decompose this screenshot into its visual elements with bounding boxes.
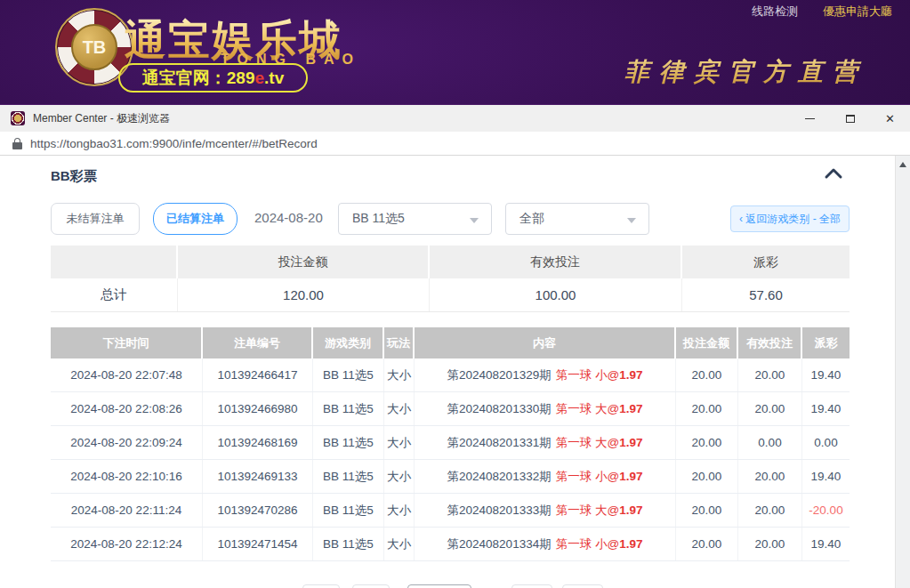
- cell-game: BB 11选5: [313, 358, 384, 391]
- header-time: 下注时间: [51, 327, 203, 358]
- section-title: BB彩票: [51, 168, 97, 185]
- cell-time: 2024-08-20 22:12:24: [51, 528, 203, 560]
- cell-game: BB 11选5: [313, 460, 384, 493]
- chevron-down-icon: [627, 218, 636, 223]
- back-to-game-category-button[interactable]: ‹ 返回游戏类别 - 全部: [730, 205, 850, 232]
- cell-time: 2024-08-20 22:10:16: [51, 460, 203, 493]
- bet-pick: 第一球 小@1.97: [556, 536, 643, 552]
- cell-valid: 20.00: [738, 460, 802, 493]
- scope-select[interactable]: 全部: [505, 203, 649, 235]
- table-row: 2024-08-20 22:09:24 101392468169 BB 11选5…: [51, 426, 850, 460]
- link-line-check[interactable]: 线路检测: [752, 4, 798, 18]
- collapse-section-button[interactable]: [824, 166, 845, 184]
- cell-order: 101392466980: [203, 392, 313, 425]
- header-order: 注单编号: [203, 327, 313, 358]
- bet-period: 第202408201334期: [447, 536, 552, 552]
- pagination-button[interactable]: [562, 584, 603, 588]
- cell-bet: 20.00: [676, 528, 738, 560]
- scroll-up-arrow-icon: [899, 162, 906, 167]
- bet-pick: 第一球 大@1.97: [556, 435, 643, 451]
- pagination-page-select[interactable]: [407, 584, 471, 588]
- bet-period: 第202408201330期: [447, 401, 552, 417]
- cell-play: 大小: [384, 494, 415, 527]
- header-play: 玩法: [384, 327, 415, 358]
- cell-content: 第202408201331期第一球 大@1.97: [415, 426, 676, 459]
- bet-period: 第202408201329期: [447, 367, 552, 383]
- date-filter[interactable]: 2024-08-20: [254, 210, 323, 225]
- cell-content: 第202408201332期第一球 小@1.97: [415, 460, 676, 493]
- lock-icon: [12, 138, 22, 149]
- table-row: 2024-08-20 22:08:26 101392466980 BB 11选5…: [51, 392, 850, 426]
- maximize-icon: [846, 115, 855, 123]
- unsettled-bets-button[interactable]: 未结算注单: [51, 203, 140, 235]
- window-title: Member Center - 极速浏览器: [33, 111, 170, 126]
- link-promo-hall[interactable]: 優惠申請大廳: [823, 4, 892, 18]
- banner-tagline: 菲律宾官方直营: [624, 55, 867, 89]
- game-select[interactable]: BB 11选5: [338, 203, 492, 235]
- close-icon: ✕: [885, 112, 895, 125]
- cell-time: 2024-08-20 22:11:24: [51, 494, 203, 527]
- settled-bets-button[interactable]: 已结算注单: [153, 203, 238, 235]
- cell-payout: 19.40: [802, 392, 850, 425]
- header-bet: 投注金额: [676, 327, 738, 358]
- browser-favicon-icon: [11, 111, 25, 125]
- bet-pick: 第一球 小@1.97: [556, 367, 643, 383]
- cell-payout: -20.00: [802, 494, 850, 527]
- table-row: 2024-08-20 22:12:24 101392471454 BB 11选5…: [51, 528, 850, 561]
- maximize-button[interactable]: [830, 105, 870, 133]
- summary-header-empty: [51, 246, 178, 278]
- official-e: e: [254, 68, 264, 88]
- official-tld: .tv: [264, 68, 284, 88]
- cell-content: 第202408201333期第一球 大@1.97: [415, 494, 676, 527]
- cell-play: 大小: [384, 426, 415, 459]
- bet-period: 第202408201333期: [447, 503, 552, 519]
- cell-valid: 20.00: [738, 392, 802, 425]
- cell-payout: 19.40: [802, 528, 850, 560]
- summary-total-row: 总计 120.00 100.00 57.60: [51, 278, 850, 312]
- summary-header-bet: 投注金额: [178, 246, 430, 278]
- cell-time: 2024-08-20 22:09:24: [51, 426, 203, 459]
- bet-period: 第202408201331期: [447, 435, 552, 451]
- minimize-button[interactable]: [790, 105, 830, 133]
- cell-order: 101392470286: [203, 494, 313, 527]
- close-button[interactable]: ✕: [870, 105, 910, 133]
- cell-order: 101392469133: [203, 460, 313, 493]
- pagination-button[interactable]: [302, 584, 340, 588]
- cell-time: 2024-08-20 22:08:26: [51, 392, 203, 425]
- cell-play: 大小: [384, 460, 415, 493]
- summary-header-row: 投注金额 有效投注 派彩: [51, 246, 850, 278]
- bet-record-page: BB彩票 未结算注单 已结算注单 2024-08-20 BB 11选5 全部 ‹…: [0, 156, 895, 588]
- address-bar[interactable]: https://tongbao31.com:9900/infe/mcenter/…: [0, 132, 910, 156]
- cell-valid: 20.00: [738, 358, 802, 391]
- chip-tb-label: TB: [71, 24, 117, 70]
- pagination-button[interactable]: [511, 584, 552, 588]
- cell-bet: 20.00: [676, 358, 738, 391]
- cell-payout: 19.40: [802, 358, 850, 391]
- cell-content: 第202408201329期第一球 小@1.97: [415, 358, 676, 391]
- bet-pick: 第一球 小@1.97: [556, 469, 643, 485]
- banner-links: 线路检测優惠申請大廳: [752, 4, 892, 20]
- screen: TB 通宝娱乐城 TONG BAO 通宝官网：289e.tv 线路检测優惠申請大…: [0, 0, 910, 588]
- official-site-pill[interactable]: 通宝官网：289e.tv: [118, 63, 308, 93]
- cell-game: BB 11选5: [313, 528, 384, 560]
- table-row: 2024-08-20 22:10:16 101392469133 BB 11选5…: [51, 460, 850, 494]
- cell-game: BB 11选5: [313, 426, 384, 459]
- cell-payout: 0.00: [802, 426, 850, 459]
- vertical-scrollbar[interactable]: [895, 156, 910, 588]
- bet-pick: 第一球 大@1.97: [556, 503, 643, 519]
- cell-bet: 20.00: [676, 426, 738, 459]
- cell-order: 101392466417: [203, 358, 313, 391]
- scope-select-value: 全部: [519, 211, 544, 227]
- minimize-icon: [805, 118, 815, 119]
- official-num: 289: [227, 68, 255, 88]
- summary-total-bet: 120.00: [178, 278, 430, 311]
- cell-game: BB 11选5: [313, 494, 384, 527]
- cell-valid: 20.00: [738, 528, 802, 560]
- cell-time: 2024-08-20 22:07:48: [51, 358, 203, 391]
- official-prefix: 通宝官网：: [142, 67, 227, 90]
- header-content: 内容: [415, 327, 676, 358]
- summary-header-valid: 有效投注: [430, 246, 682, 278]
- cell-game: BB 11选5: [313, 392, 384, 425]
- bet-pick: 第一球 大@1.97: [556, 401, 643, 417]
- pagination-button[interactable]: [352, 584, 390, 588]
